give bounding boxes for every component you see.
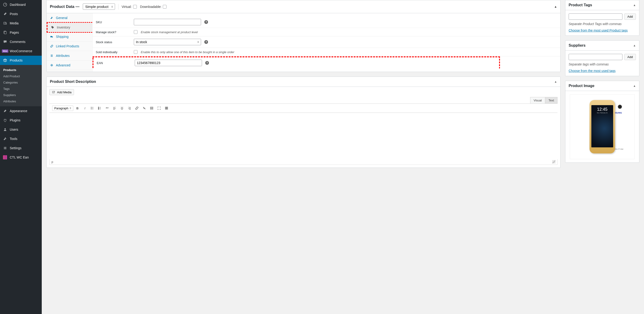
- help-icon[interactable]: ?: [205, 61, 209, 65]
- product-image-panel: Product Image ▲ SAMSUNG Galaxy S7 edge 1…: [565, 81, 639, 163]
- sidebar-item-tools[interactable]: Tools: [0, 134, 42, 143]
- admin-sidebar: Dashboard Posts Media Pages Comments Woo…: [0, 0, 42, 314]
- product-tags-add-button[interactable]: Add: [624, 14, 636, 20]
- short-desc-title: Product Short Description: [50, 80, 96, 84]
- tab-attributes[interactable]: Attributes: [46, 51, 92, 61]
- svg-rect-21: [165, 107, 166, 107]
- svg-point-5: [4, 128, 6, 130]
- sidebar-item-label: Comments: [10, 40, 26, 44]
- sidebar-item-products[interactable]: Products: [0, 56, 42, 65]
- sidebar-item-ctl-wc-ean[interactable]: CTL WC Ean: [0, 153, 42, 162]
- pages-icon: [3, 30, 8, 35]
- editor-toolbar: Paragraph B I 123: [50, 104, 558, 113]
- editor-tab-text[interactable]: Text: [545, 97, 558, 104]
- sidebar-item-comments[interactable]: Comments: [0, 37, 42, 47]
- product-tags-title: Product Tags: [569, 3, 592, 7]
- sidebar-item-pages[interactable]: Pages: [0, 28, 42, 37]
- sidebar-sub-products[interactable]: Products: [0, 67, 42, 73]
- format-select[interactable]: Paragraph: [52, 106, 73, 111]
- sidebar-item-label: WooCommerce: [10, 49, 32, 53]
- virtual-checkbox[interactable]: [133, 5, 137, 9]
- pin-icon: [3, 12, 8, 16]
- stock-status-select[interactable]: In stock: [134, 39, 201, 45]
- unlink-button[interactable]: [141, 105, 148, 111]
- sidebar-item-plugins[interactable]: Plugins: [0, 116, 42, 125]
- sidebar-sub-add-product[interactable]: Add Product: [0, 73, 42, 79]
- numbered-list-button[interactable]: 123: [96, 105, 103, 111]
- align-center-button[interactable]: [119, 105, 125, 111]
- downloadable-checkbox[interactable]: [163, 5, 166, 9]
- product-tags-input[interactable]: [569, 14, 622, 20]
- collapse-icon[interactable]: ▲: [554, 80, 557, 83]
- suppliers-add-button[interactable]: Add: [624, 54, 636, 60]
- wrench-icon: [50, 16, 54, 20]
- sidebar-sub-tags[interactable]: Tags: [0, 86, 42, 92]
- svg-point-8: [5, 149, 6, 149]
- suppliers-input[interactable]: [569, 54, 622, 60]
- toolbar-toggle-button[interactable]: [163, 105, 170, 111]
- virtual-checkbox-label[interactable]: Virtual:: [122, 5, 137, 9]
- product-tags-note: Separate Product Tags with commas: [569, 22, 636, 26]
- settings-icon: [3, 146, 8, 150]
- sidebar-item-label: Appearance: [10, 109, 27, 113]
- sku-input[interactable]: [134, 19, 201, 25]
- tab-shipping[interactable]: Shipping: [46, 32, 92, 42]
- svg-rect-27: [165, 109, 166, 109]
- suppliers-title: Suppliers: [569, 43, 586, 48]
- collapse-icon[interactable]: ▲: [554, 5, 557, 8]
- product-type-select[interactable]: Simple product: [83, 4, 115, 10]
- manage-stock-checkbox[interactable]: [134, 30, 138, 34]
- sidebar-item-posts[interactable]: Posts: [0, 9, 42, 19]
- sidebar-item-label: Settings: [10, 146, 22, 150]
- editor-tab-visual[interactable]: Visual: [530, 97, 545, 104]
- collapse-icon[interactable]: ▲: [633, 84, 636, 88]
- tab-inventory[interactable]: Inventory: [46, 22, 92, 33]
- sidebar-item-settings[interactable]: Settings: [0, 143, 42, 153]
- read-more-button[interactable]: [148, 105, 155, 111]
- users-icon: [3, 127, 8, 132]
- fullscreen-button[interactable]: [156, 105, 162, 111]
- align-left-button[interactable]: [111, 105, 118, 111]
- editor-content[interactable]: [50, 113, 558, 159]
- sidebar-item-users[interactable]: Users: [0, 125, 42, 134]
- sidebar-item-woocommerce[interactable]: Woo WooCommerce: [0, 47, 42, 56]
- tab-general[interactable]: General: [46, 13, 92, 23]
- product-data-tabs: General Inventory Shipping Linked P: [46, 13, 92, 72]
- svg-rect-28: [166, 109, 167, 109]
- help-icon[interactable]: ?: [204, 40, 208, 44]
- sold-individually-checkbox[interactable]: [134, 50, 138, 54]
- align-right-button[interactable]: [126, 105, 133, 111]
- svg-point-17: [91, 109, 91, 109]
- product-tags-link[interactable]: Choose from the most used Product tags: [569, 29, 628, 32]
- suppliers-link[interactable]: Choose from the most used tags: [569, 69, 616, 73]
- ean-input[interactable]: [135, 60, 202, 66]
- tab-linked-products[interactable]: Linked Products: [46, 42, 92, 51]
- sidebar-sub-suppliers[interactable]: Suppliers: [0, 92, 42, 98]
- comments-icon: [3, 40, 8, 44]
- sidebar-item-media[interactable]: Media: [0, 19, 42, 28]
- collapse-icon[interactable]: ▲: [633, 4, 636, 7]
- product-tags-panel: Product Tags ▲ Add Separate Product Tags…: [565, 0, 639, 36]
- sidebar-sub-categories[interactable]: Categories: [0, 79, 42, 86]
- svg-point-11: [52, 37, 53, 38]
- svg-point-9: [52, 27, 52, 27]
- help-icon[interactable]: ?: [204, 20, 208, 24]
- italic-button[interactable]: I: [82, 105, 88, 111]
- downloadable-checkbox-label[interactable]: Downloadable:: [140, 5, 167, 9]
- sidebar-sub-attributes[interactable]: Attributes: [0, 98, 42, 104]
- resize-handle-icon[interactable]: [552, 160, 556, 163]
- sidebar-item-appearance[interactable]: Appearance: [0, 106, 42, 116]
- sidebar-submenu: Products Add Product Categories Tags Sup…: [0, 65, 42, 106]
- svg-point-6: [5, 147, 6, 148]
- bold-button[interactable]: B: [74, 105, 81, 111]
- link-button[interactable]: [134, 105, 140, 111]
- add-media-button[interactable]: Add Media: [50, 89, 74, 95]
- bullet-list-button[interactable]: [89, 105, 96, 111]
- product-data-title: Product Data —: [50, 5, 80, 9]
- svg-point-15: [91, 107, 91, 107]
- quote-button[interactable]: [104, 105, 110, 111]
- product-image[interactable]: SAMSUNG Galaxy S7 edge 12:45 Sun, Februa…: [570, 94, 635, 159]
- sidebar-item-dashboard[interactable]: Dashboard: [0, 0, 42, 9]
- collapse-icon[interactable]: ▲: [633, 44, 636, 47]
- tab-advanced[interactable]: Advanced: [46, 61, 92, 70]
